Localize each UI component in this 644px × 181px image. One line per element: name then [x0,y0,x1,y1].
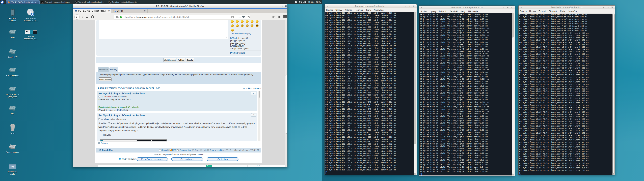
svg-text:$: $ [109,1,110,3]
svg-text:$: $ [75,1,76,3]
svg-text:$: $ [42,1,42,3]
